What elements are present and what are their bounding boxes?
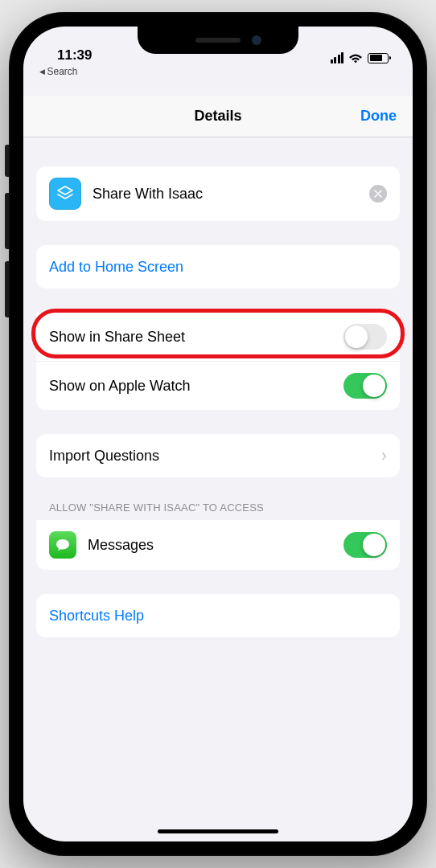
nav-header: Details Done — [23, 96, 413, 137]
import-questions-button[interactable]: Import Questions › — [36, 434, 400, 477]
access-section-header: ALLOW "SHARE WITH ISAAC" TO ACCESS — [36, 502, 400, 520]
chevron-right-icon: › — [381, 445, 387, 466]
signal-icon — [331, 52, 344, 63]
clear-name-button[interactable] — [369, 185, 387, 203]
messages-toggle[interactable] — [343, 532, 387, 558]
import-questions-label: Import Questions — [49, 448, 381, 465]
notch — [138, 27, 298, 54]
share-sheet-label: Show in Share Sheet — [49, 329, 343, 346]
shortcuts-help-label: Shortcuts Help — [49, 608, 144, 624]
home-indicator[interactable] — [158, 829, 278, 833]
apple-watch-row[interactable]: Show on Apple Watch — [36, 361, 400, 410]
apple-watch-label: Show on Apple Watch — [49, 378, 343, 395]
done-button[interactable]: Done — [360, 108, 397, 125]
wifi-icon — [348, 53, 363, 63]
front-camera — [252, 35, 261, 45]
page-title: Details — [194, 108, 241, 125]
shortcuts-help-button[interactable]: Shortcuts Help — [36, 594, 400, 637]
add-to-home-label: Add to Home Screen — [49, 259, 183, 276]
messages-label: Messages — [88, 537, 343, 554]
battery-icon — [368, 53, 389, 63]
screen: 11:39 Search Details Done — [23, 27, 413, 841]
messages-access-row[interactable]: Messages — [36, 520, 400, 570]
content-area: Details Done Share With Isaac — [23, 65, 413, 841]
status-indicators — [331, 52, 389, 63]
back-to-search[interactable]: Search — [39, 66, 78, 77]
speaker-grill — [195, 38, 241, 43]
add-to-home-screen-button[interactable]: Add to Home Screen — [36, 245, 400, 289]
shortcut-name-cell[interactable]: Share With Isaac — [36, 166, 400, 221]
apple-watch-toggle[interactable] — [343, 373, 387, 399]
shortcut-name-label: Share With Isaac — [93, 186, 369, 203]
share-sheet-toggle[interactable] — [343, 324, 387, 350]
share-sheet-row[interactable]: Show in Share Sheet — [36, 313, 400, 361]
shortcut-icon — [49, 178, 81, 210]
messages-icon — [49, 531, 76, 559]
scroll-area[interactable]: Share With Isaac Add to Home Screen Show… — [23, 166, 413, 637]
status-time: 11:39 — [47, 47, 92, 63]
phone-frame: 11:39 Search Details Done — [9, 12, 427, 856]
